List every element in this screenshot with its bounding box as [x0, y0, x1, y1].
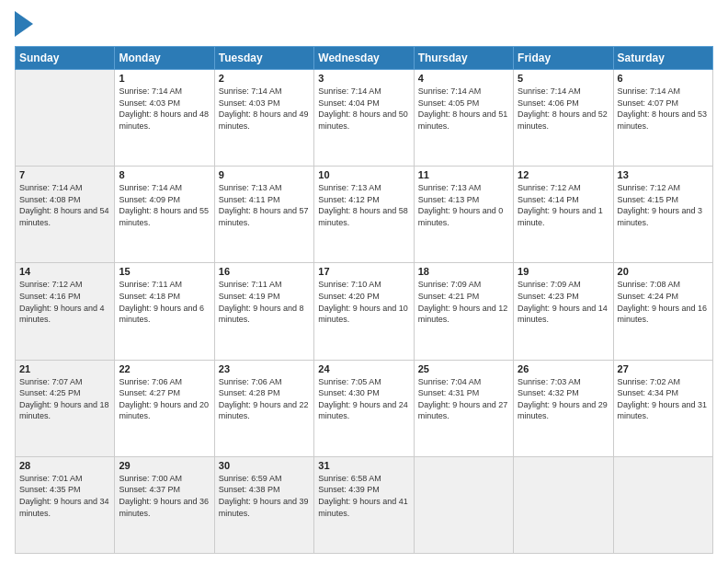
header: [15, 11, 713, 40]
calendar-cell: 31Sunrise: 6:58 AMSunset: 4:39 PMDayligh…: [314, 456, 414, 553]
calendar-cell: 19Sunrise: 7:09 AMSunset: 4:23 PMDayligh…: [514, 263, 613, 360]
day-info: Sunrise: 7:14 AMSunset: 4:05 PMDaylight:…: [418, 86, 509, 132]
svg-marker-0: [15, 11, 33, 37]
calendar-cell: 24Sunrise: 7:05 AMSunset: 4:30 PMDayligh…: [314, 360, 414, 456]
day-number: 8: [119, 169, 210, 180]
day-number: 29: [119, 460, 210, 471]
day-info: Sunrise: 7:14 AMSunset: 4:03 PMDaylight:…: [219, 86, 310, 132]
calendar-cell: 3Sunrise: 7:14 AMSunset: 4:04 PMDaylight…: [314, 70, 414, 167]
logo-text-block: [15, 11, 33, 40]
day-number: 22: [119, 363, 210, 374]
calendar-cell: 20Sunrise: 7:08 AMSunset: 4:24 PMDayligh…: [613, 263, 712, 360]
day-number: 1: [119, 73, 210, 84]
calendar-week-1: 7Sunrise: 7:14 AMSunset: 4:08 PMDaylight…: [16, 167, 713, 263]
day-info: Sunrise: 7:14 AMSunset: 4:07 PMDaylight:…: [618, 86, 709, 132]
calendar-cell: 2Sunrise: 7:14 AMSunset: 4:03 PMDaylight…: [214, 70, 313, 167]
day-info: Sunrise: 7:03 AMSunset: 4:32 PMDaylight:…: [518, 376, 609, 422]
day-info: Sunrise: 7:13 AMSunset: 4:12 PMDaylight:…: [318, 182, 409, 228]
day-number: 16: [219, 266, 310, 277]
day-info: Sunrise: 7:12 AMSunset: 4:15 PMDaylight:…: [618, 182, 709, 228]
calendar-cell: 23Sunrise: 7:06 AMSunset: 4:28 PMDayligh…: [214, 360, 313, 456]
day-info: Sunrise: 7:12 AMSunset: 4:16 PMDaylight:…: [19, 279, 110, 325]
calendar-cell: 12Sunrise: 7:12 AMSunset: 4:14 PMDayligh…: [514, 167, 613, 263]
calendar-week-0: 1Sunrise: 7:14 AMSunset: 4:03 PMDaylight…: [16, 70, 713, 167]
day-number: 3: [318, 73, 409, 84]
day-info: Sunrise: 7:09 AMSunset: 4:23 PMDaylight:…: [518, 279, 609, 325]
day-info: Sunrise: 7:14 AMSunset: 4:04 PMDaylight:…: [318, 86, 409, 132]
calendar-week-4: 28Sunrise: 7:01 AMSunset: 4:35 PMDayligh…: [16, 456, 713, 553]
day-number: 28: [19, 460, 110, 471]
calendar-week-2: 14Sunrise: 7:12 AMSunset: 4:16 PMDayligh…: [16, 263, 713, 360]
calendar-cell: 16Sunrise: 7:11 AMSunset: 4:19 PMDayligh…: [214, 263, 313, 360]
day-info: Sunrise: 7:14 AMSunset: 4:03 PMDaylight:…: [119, 86, 210, 132]
day-number: 27: [618, 363, 709, 374]
day-number: 26: [518, 363, 609, 374]
page: SundayMondayTuesdayWednesdayThursdayFrid…: [0, 0, 728, 563]
day-info: Sunrise: 7:02 AMSunset: 4:34 PMDaylight:…: [618, 376, 709, 422]
day-number: 10: [318, 169, 409, 180]
calendar-cell: 14Sunrise: 7:12 AMSunset: 4:16 PMDayligh…: [16, 263, 115, 360]
weekday-header-saturday: Saturday: [613, 47, 712, 70]
weekday-header-sunday: Sunday: [16, 47, 115, 70]
day-number: 7: [19, 169, 110, 180]
day-number: 20: [618, 266, 709, 277]
calendar-cell: 18Sunrise: 7:09 AMSunset: 4:21 PMDayligh…: [414, 263, 513, 360]
calendar-cell: 29Sunrise: 7:00 AMSunset: 4:37 PMDayligh…: [115, 456, 214, 553]
day-number: 25: [418, 363, 509, 374]
day-number: 23: [219, 363, 310, 374]
day-number: 18: [418, 266, 509, 277]
day-info: Sunrise: 7:05 AMSunset: 4:30 PMDaylight:…: [318, 376, 409, 422]
calendar-cell: 21Sunrise: 7:07 AMSunset: 4:25 PMDayligh…: [16, 360, 115, 456]
day-number: 21: [19, 363, 110, 374]
weekday-header-wednesday: Wednesday: [314, 47, 414, 70]
day-number: 30: [219, 460, 310, 471]
logo: [15, 11, 55, 40]
day-info: Sunrise: 7:09 AMSunset: 4:21 PMDaylight:…: [418, 279, 509, 325]
day-info: Sunrise: 7:12 AMSunset: 4:14 PMDaylight:…: [518, 182, 609, 228]
calendar-table: SundayMondayTuesdayWednesdayThursdayFrid…: [15, 46, 713, 554]
day-info: Sunrise: 7:07 AMSunset: 4:25 PMDaylight:…: [19, 376, 110, 422]
calendar-cell: 27Sunrise: 7:02 AMSunset: 4:34 PMDayligh…: [613, 360, 712, 456]
day-info: Sunrise: 7:08 AMSunset: 4:24 PMDaylight:…: [618, 279, 709, 325]
calendar-header: SundayMondayTuesdayWednesdayThursdayFrid…: [16, 47, 713, 70]
calendar-cell: 6Sunrise: 7:14 AMSunset: 4:07 PMDaylight…: [613, 70, 712, 167]
calendar-cell: 4Sunrise: 7:14 AMSunset: 4:05 PMDaylight…: [414, 70, 513, 167]
calendar-cell: 10Sunrise: 7:13 AMSunset: 4:12 PMDayligh…: [314, 167, 414, 263]
calendar-cell: 25Sunrise: 7:04 AMSunset: 4:31 PMDayligh…: [414, 360, 513, 456]
day-info: Sunrise: 6:58 AMSunset: 4:39 PMDaylight:…: [318, 473, 409, 519]
weekday-header-friday: Friday: [514, 47, 613, 70]
calendar-cell: 30Sunrise: 6:59 AMSunset: 4:38 PMDayligh…: [214, 456, 313, 553]
day-info: Sunrise: 7:06 AMSunset: 4:27 PMDaylight:…: [119, 376, 210, 422]
calendar-cell: 9Sunrise: 7:13 AMSunset: 4:11 PMDaylight…: [214, 167, 313, 263]
calendar-cell: 8Sunrise: 7:14 AMSunset: 4:09 PMDaylight…: [115, 167, 214, 263]
calendar-cell: 15Sunrise: 7:11 AMSunset: 4:18 PMDayligh…: [115, 263, 214, 360]
calendar-cell: 17Sunrise: 7:10 AMSunset: 4:20 PMDayligh…: [314, 263, 414, 360]
calendar-cell: 7Sunrise: 7:14 AMSunset: 4:08 PMDaylight…: [16, 167, 115, 263]
day-number: 15: [119, 266, 210, 277]
weekday-header-tuesday: Tuesday: [214, 47, 313, 70]
day-info: Sunrise: 7:11 AMSunset: 4:19 PMDaylight:…: [219, 279, 310, 325]
day-info: Sunrise: 7:04 AMSunset: 4:31 PMDaylight:…: [418, 376, 509, 422]
day-number: 11: [418, 169, 509, 180]
calendar-cell: 1Sunrise: 7:14 AMSunset: 4:03 PMDaylight…: [115, 70, 214, 167]
day-info: Sunrise: 7:11 AMSunset: 4:18 PMDaylight:…: [119, 279, 210, 325]
calendar-cell: 11Sunrise: 7:13 AMSunset: 4:13 PMDayligh…: [414, 167, 513, 263]
weekday-header-monday: Monday: [115, 47, 214, 70]
day-number: 31: [318, 460, 409, 471]
calendar-cell: 28Sunrise: 7:01 AMSunset: 4:35 PMDayligh…: [16, 456, 115, 553]
calendar-body: 1Sunrise: 7:14 AMSunset: 4:03 PMDaylight…: [16, 70, 713, 554]
day-info: Sunrise: 7:06 AMSunset: 4:28 PMDaylight:…: [219, 376, 310, 422]
logo-icon: [15, 11, 33, 37]
day-number: 6: [618, 73, 709, 84]
day-number: 12: [518, 169, 609, 180]
day-number: 19: [518, 266, 609, 277]
calendar-week-3: 21Sunrise: 7:07 AMSunset: 4:25 PMDayligh…: [16, 360, 713, 456]
day-number: 4: [418, 73, 509, 84]
calendar-cell: 5Sunrise: 7:14 AMSunset: 4:06 PMDaylight…: [514, 70, 613, 167]
weekday-header-row: SundayMondayTuesdayWednesdayThursdayFrid…: [16, 47, 713, 70]
day-number: 24: [318, 363, 409, 374]
day-number: 9: [219, 169, 310, 180]
day-info: Sunrise: 7:14 AMSunset: 4:09 PMDaylight:…: [119, 182, 210, 228]
day-number: 2: [219, 73, 310, 84]
day-number: 5: [518, 73, 609, 84]
